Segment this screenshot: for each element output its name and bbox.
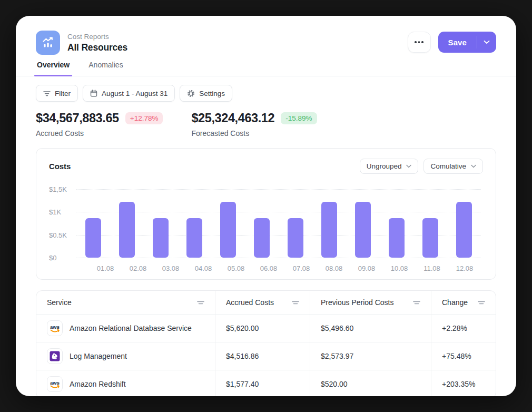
- filter-button[interactable]: Filter: [36, 85, 78, 102]
- svg-text:aws: aws: [50, 380, 60, 386]
- metric-accrued-costs: $34,567,883.65 +12.78% Accrued Costs: [36, 111, 163, 138]
- bar-cell: [279, 189, 312, 258]
- previous-cost-cell: $2,573.97: [310, 342, 431, 370]
- chart-bar-03.08[interactable]: [153, 218, 169, 258]
- settings-label: Settings: [199, 90, 225, 97]
- y-tick-label: $1K: [49, 208, 61, 216]
- accrued-cost-cell: $1,577.40: [215, 370, 310, 396]
- column-header-accrued-costs[interactable]: Accrued Costs: [215, 291, 310, 315]
- previous-cost-cell: $5,496.60: [310, 315, 431, 342]
- chart-bar-08.08[interactable]: [321, 202, 337, 258]
- svg-text:aws: aws: [50, 324, 60, 330]
- group-select[interactable]: Ungrouped: [360, 159, 419, 174]
- x-tick-label: 05.08: [220, 264, 252, 272]
- group-select-value: Ungrouped: [367, 162, 402, 170]
- service-name: Amazon Relational Database Service: [70, 324, 192, 332]
- x-tick-label: 08.08: [318, 264, 350, 272]
- x-tick-label: 12.08: [448, 264, 481, 272]
- more-options-button[interactable]: [408, 32, 431, 53]
- chart-bar-04.08[interactable]: [186, 218, 202, 258]
- y-tick-label: $0.5K: [49, 231, 67, 239]
- service-name: Amazon Redshift: [70, 380, 126, 388]
- save-split-button: Save: [438, 32, 496, 53]
- y-tick-label: $1,5K: [49, 185, 67, 193]
- mode-select[interactable]: Comulative: [423, 159, 483, 174]
- chevron-down-icon: [406, 164, 411, 168]
- chart-bar-12.08[interactable]: [456, 202, 472, 258]
- sort-icon: [292, 300, 299, 306]
- chart-bar-01.08[interactable]: [85, 218, 101, 258]
- header: Cost Reports All Resources Save: [16, 16, 516, 55]
- table-row-service[interactable]: aws Amazon Relational Database Service: [36, 315, 215, 342]
- chevron-down-icon: [484, 40, 490, 44]
- chart-bar-11.08[interactable]: [422, 218, 438, 258]
- more-options-icon: [415, 41, 417, 43]
- metric-forecasted-costs: $25,324,463.12 -15.89% Forecasted Costs: [191, 111, 317, 138]
- gridline: [76, 258, 481, 258]
- save-dropdown-button[interactable]: [477, 32, 496, 53]
- change-cell: +2.28%: [431, 315, 496, 342]
- chevron-down-icon: [471, 164, 476, 168]
- sort-icon: [197, 300, 204, 306]
- bar-cell: [245, 189, 279, 258]
- metrics-row: $34,567,883.65 +12.78% Accrued Costs $25…: [16, 102, 516, 138]
- chart-bar-09.08[interactable]: [355, 202, 371, 258]
- change-cell: +203.35%: [431, 370, 496, 396]
- calendar-icon: [90, 90, 97, 97]
- accrued-cost-cell: $5,620.00: [215, 315, 310, 342]
- column-header-service[interactable]: Service: [36, 291, 215, 315]
- gear-icon: [187, 90, 195, 97]
- chart-bar-07.08[interactable]: [288, 218, 303, 258]
- x-tick-label: 11.08: [416, 264, 448, 272]
- chart-bar-06.08[interactable]: [254, 218, 270, 258]
- change-cell: +75.48%: [431, 342, 496, 370]
- tab-bar: Overview Anomalies: [16, 60, 516, 76]
- chart-title: Costs: [49, 162, 71, 171]
- forecasted-costs-label: Forecasted Costs: [191, 129, 317, 138]
- x-tick-label: 03.08: [154, 264, 187, 272]
- settings-button[interactable]: Settings: [180, 85, 232, 102]
- bar-cell: [312, 189, 346, 258]
- aws-icon: aws: [47, 376, 63, 392]
- cost-reports-app-icon: [36, 31, 60, 55]
- service-name: Log Management: [70, 352, 127, 360]
- chart-bar-02.08[interactable]: [119, 202, 135, 258]
- table-row-service[interactable]: aws Amazon Redshift: [36, 370, 215, 396]
- sort-icon: [478, 300, 485, 306]
- column-header-previous-period-costs[interactable]: Previous Period Costs: [310, 291, 431, 315]
- sort-icon: [413, 300, 420, 306]
- table-row-service[interactable]: Log Management: [36, 342, 215, 370]
- tab-anomalies[interactable]: Anomalies: [87, 60, 124, 76]
- x-tick-label: 02.08: [122, 264, 154, 272]
- mode-select-value: Comulative: [430, 162, 466, 170]
- breadcrumb-category: Cost Reports: [67, 33, 127, 41]
- x-tick-label: 01.08: [89, 264, 122, 272]
- bar-cell: [380, 189, 413, 258]
- filter-icon: [43, 90, 51, 97]
- bars-row: [76, 189, 481, 258]
- bar-cell: [346, 189, 380, 258]
- date-range-button[interactable]: August 1 - August 31: [83, 85, 175, 102]
- accrued-cost-cell: $4,516.86: [215, 342, 310, 370]
- previous-cost-cell: $520.00: [310, 370, 431, 396]
- x-axis-labels: 01.0802.0803.0804.0805.0806.0807.0808.08…: [89, 264, 481, 272]
- bar-cell: [413, 189, 447, 258]
- filter-label: Filter: [55, 90, 71, 97]
- chart-bar-10.08[interactable]: [389, 218, 405, 258]
- bar-cell: [110, 189, 144, 258]
- x-tick-label: 10.08: [383, 264, 416, 272]
- datadog-icon: [47, 348, 63, 364]
- y-tick-label: $0: [49, 254, 56, 262]
- tab-overview[interactable]: Overview: [36, 60, 71, 76]
- chart-icon: [41, 36, 55, 50]
- toolbar: Filter August 1 - August 31 Settings: [16, 76, 516, 102]
- chart-bar-05.08[interactable]: [220, 202, 236, 258]
- app-window: Cost Reports All Resources Save Overview…: [16, 16, 516, 396]
- bar-cell: [447, 189, 481, 258]
- save-button[interactable]: Save: [438, 32, 477, 53]
- costs-chart-card: Costs Ungrouped Comulative $1,5K$1K$0.5K…: [36, 148, 496, 280]
- column-header-change[interactable]: Change: [431, 291, 496, 315]
- aws-icon: aws: [47, 320, 63, 336]
- x-tick-label: 09.08: [350, 264, 383, 272]
- services-table: Service Accrued Costs Previous Period Co…: [36, 290, 496, 396]
